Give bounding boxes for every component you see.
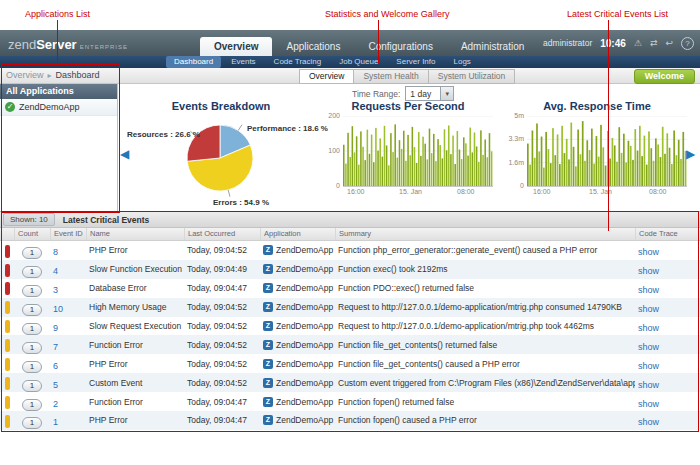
y-tick: 100 <box>317 147 340 154</box>
annotation-events-list: Latest Critical Events List <box>567 9 668 19</box>
sub-nav: Dashboard Events Code Tracing Job Queue … <box>0 56 700 68</box>
event-row[interactable]: 1 8 PHP Error Today, 09:04:52 Z ZendDemo… <box>0 241 700 260</box>
event-row[interactable]: 1 2 Function Error Today, 09:04:47 Z Zen… <box>0 392 700 411</box>
col-count[interactable]: Count <box>14 228 50 240</box>
subnav-logs[interactable]: Logs <box>445 56 478 68</box>
tab-overview[interactable]: Overview <box>200 37 272 56</box>
breadcrumb-overview[interactable]: Overview <box>6 68 44 83</box>
sidebar-item-zenddemoapp[interactable]: ✓ ZendDemoApp <box>0 99 117 116</box>
gallery-tab-overview[interactable]: Overview <box>299 69 354 84</box>
x-tick: 08:00 <box>649 188 667 195</box>
event-summary: Function fopen() caused a PHP error <box>335 415 635 425</box>
code-trace-show-link[interactable]: show <box>638 380 659 390</box>
code-trace-show-link[interactable]: show <box>638 323 659 333</box>
event-id-link[interactable]: 5 <box>53 380 58 390</box>
event-name: PHP Error <box>86 245 184 255</box>
severity-bar <box>5 396 10 409</box>
code-trace-show-link[interactable]: show <box>638 285 659 295</box>
col-name[interactable]: Name <box>86 228 184 240</box>
severity-bar <box>5 320 10 333</box>
event-summary: Function PDO::exec() returned false <box>335 283 635 293</box>
logout-icon[interactable]: ↩ <box>665 38 673 48</box>
event-id-link[interactable]: 7 <box>53 342 58 352</box>
event-name: Slow Request Execution <box>86 321 184 331</box>
subnav-server-info[interactable]: Server Info <box>388 56 443 68</box>
code-trace-show-link[interactable]: show <box>638 399 659 409</box>
breadcrumb-dashboard[interactable]: Dashboard <box>56 68 100 83</box>
event-summary: Request to http://127.0.0.1/demo-applica… <box>335 302 635 312</box>
severity-bar <box>5 339 10 352</box>
help-icon[interactable]: ? <box>681 37 694 50</box>
event-row[interactable]: 1 9 Slow Request Execution Today, 09:04:… <box>0 317 700 336</box>
event-application: Z ZendDemoApp <box>260 340 335 350</box>
tab-configurations[interactable]: Configurations <box>354 37 446 56</box>
col-event-id[interactable]: Event ID <box>50 228 86 240</box>
event-row[interactable]: 1 1 PHP Error Today, 09:04:47 Z ZendDemo… <box>0 411 700 430</box>
code-trace-show-link[interactable]: show <box>638 417 659 427</box>
alerts-icon[interactable]: ⚠ <box>634 38 642 48</box>
event-id-link[interactable]: 1 <box>53 417 58 427</box>
gallery-tab-system-utilization[interactable]: System Utilization <box>428 69 516 84</box>
severity-cell <box>0 374 14 392</box>
time-range-select[interactable]: 1 day ▾ <box>405 86 454 101</box>
col-last-occurred[interactable]: Last Occurred <box>184 228 260 240</box>
pie-label-resources: Resources : 26.6 % <box>127 130 200 139</box>
severity-cell <box>0 241 14 259</box>
event-summary: Function exec() took 2192ms <box>335 264 635 274</box>
col-summary[interactable]: Summary <box>335 228 635 240</box>
code-trace-show-link[interactable]: show <box>638 266 659 276</box>
event-row[interactable]: 1 7 Function Error Today, 09:04:52 Z Zen… <box>0 335 700 354</box>
shown-count-chip: Shown: 10 <box>3 213 55 226</box>
zend-app-icon: Z <box>263 245 273 255</box>
zend-app-icon: Z <box>263 321 273 331</box>
welcome-button[interactable]: Welcome <box>634 69 695 84</box>
top-bar: zendServerENTERPRISE Overview Applicatio… <box>0 30 700 56</box>
annotation-statistics-gallery: Statistics and Welcome Gallery <box>325 9 449 19</box>
requests-per-second-chart: Requests Per Second 200 100 0 16:00 15. … <box>317 100 499 210</box>
event-row[interactable]: 1 5 Custom Event Today, 09:04:52 Z ZendD… <box>0 373 700 392</box>
x-tick: 08:00 <box>457 188 475 195</box>
event-summary: Function file_get_contents() caused a PH… <box>335 359 635 369</box>
event-row[interactable]: 1 6 PHP Error Today, 09:04:52 Z ZendDemo… <box>0 354 700 373</box>
event-id-link[interactable]: 10 <box>53 304 63 314</box>
event-row[interactable]: 1 10 High Memory Usage Today, 09:04:52 Z… <box>0 298 700 317</box>
code-trace-show-link[interactable]: show <box>638 304 659 314</box>
event-id-link[interactable]: 9 <box>53 323 58 333</box>
col-code-trace[interactable]: Code Trace <box>635 228 700 240</box>
event-summary: Request to http://127.0.0.1/demo-applica… <box>335 321 635 331</box>
gallery-tab-system-health[interactable]: System Health <box>353 69 428 84</box>
col-application[interactable]: Application <box>260 228 335 240</box>
gallery-prev-icon[interactable]: ◀ <box>120 147 129 161</box>
event-id-link[interactable]: 6 <box>53 361 58 371</box>
tab-administration[interactable]: Administration <box>447 37 538 56</box>
applications-sidebar: All Applications ✓ ZendDemoApp <box>0 84 118 211</box>
gallery-next-icon[interactable]: ▶ <box>686 147 695 161</box>
code-trace-show-link[interactable]: show <box>638 361 659 371</box>
severity-bar <box>5 377 10 390</box>
event-row[interactable]: 1 3 Database Error Today, 09:04:47 Z Zen… <box>0 279 700 298</box>
event-occurred: Today, 09:04:49 <box>184 264 260 274</box>
event-id-link[interactable]: 4 <box>53 266 58 276</box>
pie-label-performance: Performance : 18.6 % <box>247 124 328 133</box>
logo-zend-text: zend <box>8 37 36 52</box>
event-id-link[interactable]: 3 <box>53 285 58 295</box>
time-range-value: 1 day <box>406 89 440 99</box>
code-trace-show-link[interactable]: show <box>638 247 659 257</box>
subnav-code-tracing[interactable]: Code Tracing <box>266 56 330 68</box>
event-application: Z ZendDemoApp <box>260 245 335 255</box>
event-occurred: Today, 09:04:52 <box>184 245 260 255</box>
subnav-events[interactable]: Events <box>223 56 263 68</box>
event-row[interactable]: 1 4 Slow Function Execution Today, 09:04… <box>0 260 700 279</box>
tab-applications[interactable]: Applications <box>272 37 354 56</box>
application-name: ZendDemoApp <box>276 397 333 407</box>
count-badge: 1 <box>22 323 42 335</box>
application-name: ZendDemoApp <box>276 245 333 255</box>
event-id-link[interactable]: 8 <box>53 247 58 257</box>
toolbar-row: Overview ▸ Dashboard Overview System Hea… <box>0 68 700 84</box>
code-trace-show-link[interactable]: show <box>638 342 659 352</box>
event-id-link[interactable]: 2 <box>53 399 58 409</box>
sync-icon[interactable]: ⇄ <box>650 38 658 48</box>
events-table-header: Count Event ID Name Last Occurred Applic… <box>0 228 700 241</box>
subnav-dashboard[interactable]: Dashboard <box>166 56 221 68</box>
event-occurred: Today, 09:04:52 <box>184 359 260 369</box>
